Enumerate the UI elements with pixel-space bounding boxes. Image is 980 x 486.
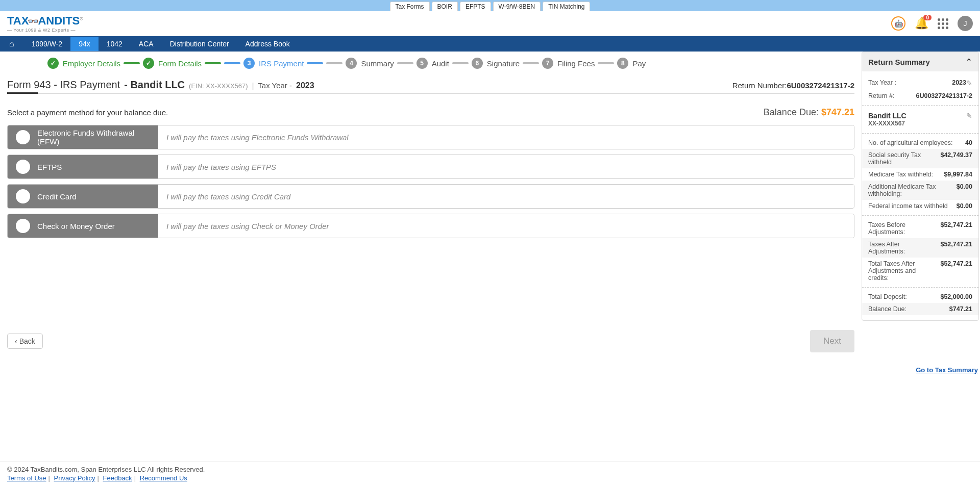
summary-row: Federal income tax withheld$0.00 [868, 200, 972, 212]
summary-tax-year-label: Tax Year : [868, 79, 952, 86]
goto-summary-link-wrap: Go to Tax Summary [0, 363, 980, 374]
option-desc: I will pay the taxes using EFTPS [158, 155, 854, 178]
top-strip: Tax Forms BOIR EFPTS W-9/W-8BEN TIN Matc… [0, 0, 980, 11]
step-bar [452, 62, 469, 64]
summary-row-label: Additional Medicare Tax withholding: [868, 183, 957, 197]
summary-row-label: No. of agricultural employees: [868, 139, 965, 146]
summary-row-value: $0.00 [957, 183, 972, 190]
summary-row-label: Federal income tax withheld [868, 202, 957, 210]
nav-1042[interactable]: 1042 [99, 37, 131, 51]
logo-bandits: ANDITS [38, 14, 80, 27]
goto-summary-link[interactable]: Go to Tax Summary [916, 366, 978, 374]
step-7-icon: 7 [542, 58, 553, 69]
radio-eftps[interactable] [16, 160, 30, 174]
step-2-label: Form Details [158, 59, 202, 68]
summary-tax-year: 2023 [952, 79, 966, 86]
option-name: EFTPS [37, 163, 62, 171]
nav-aca[interactable]: ACA [131, 37, 162, 51]
top-tab-efpts[interactable]: EFPTS [460, 2, 491, 11]
step-bar [598, 62, 614, 64]
payment-option-credit[interactable]: Credit Card I will pay the taxes using C… [7, 184, 854, 209]
top-tabs: Tax Forms BOIR EFPTS W-9/W-8BEN TIN Matc… [390, 2, 591, 11]
step-4-icon: 4 [346, 58, 357, 69]
page-title: Form 943 - IRS Payment [7, 79, 120, 91]
payment-option-check[interactable]: Check or Money Order I will pay the taxe… [7, 214, 854, 238]
nav-94x[interactable]: 94x [70, 37, 99, 51]
summary-row: Additional Medicare Tax withholding:$0.0… [862, 181, 978, 200]
summary-row-label: Medicare Tax withheld: [868, 171, 944, 178]
summary-row-value: $0.00 [957, 202, 972, 210]
step-8-icon: 8 [617, 58, 628, 69]
step-1-icon: ✓ [47, 58, 59, 69]
summary-row: Medicare Tax withheld:$9,997.84 [868, 168, 972, 181]
bottom-row: ‹Back Next [7, 330, 854, 352]
summary-row: No. of agricultural employees:40 [868, 137, 972, 149]
summary-header[interactable]: Return Summary ⌃ [862, 52, 978, 71]
summary-row-label: Taxes After Adjustments: [868, 241, 940, 255]
option-desc: I will pay the taxes using Check or Mone… [158, 214, 854, 238]
step-2-icon: ✓ [143, 58, 154, 69]
step-1-label: Employer Details [63, 59, 120, 68]
progress-steps: ✓Employer Details ✓Form Details 3IRS Pay… [7, 52, 686, 75]
main-nav: ⌂ 1099/W-2 94x 1042 ACA Distribution Cen… [0, 36, 980, 52]
select-payment-text: Select a payment method for your balance… [7, 108, 168, 117]
payment-option-eftps[interactable]: EFTPS I will pay the taxes using EFTPS [7, 155, 854, 179]
option-desc: I will pay the taxes using Electronic Fu… [158, 125, 854, 149]
edit-icon[interactable]: ✎ [966, 79, 972, 87]
option-name: Check or Money Order [37, 222, 115, 231]
step-3-label: IRS Payment [259, 59, 304, 68]
balance-row: Select a payment method for your balance… [7, 107, 854, 118]
step-7-label: Filing Fees [557, 59, 595, 68]
tax-year-label: Tax Year - [258, 81, 292, 90]
tax-year-value: 2023 [296, 81, 314, 90]
option-desc: I will pay the taxes using Credit Card [158, 185, 854, 208]
main-content: ✓Employer Details ✓Form Details 3IRS Pay… [0, 52, 862, 363]
option-name: Electronic Funds Withdrawal (EFW) [37, 129, 150, 146]
nav-dist[interactable]: Distribution Center [162, 37, 237, 51]
nav-addr[interactable]: Address Book [237, 37, 298, 51]
next-button[interactable]: Next [810, 330, 854, 352]
summary-row: Balance Due:$747.21 [862, 303, 978, 315]
back-button[interactable]: ‹Back [7, 334, 43, 349]
pipe: | [252, 82, 254, 90]
step-6-icon: 6 [472, 58, 483, 69]
step-bar [307, 62, 323, 64]
payment-option-efw[interactable]: Electronic Funds Withdrawal (EFW) I will… [7, 125, 854, 149]
logo[interactable]: TAX👓ANDITS® — Your 1099 & W2 Experts — [7, 14, 83, 33]
chevron-up-icon: ⌃ [966, 57, 972, 66]
edit-icon[interactable]: ✎ [966, 112, 972, 120]
notification-badge: 0 [923, 15, 932, 20]
step-4-label: Summary [361, 59, 394, 68]
balance-due: Balance Due: $747.21 [764, 107, 854, 118]
step-5-label: Audit [432, 59, 449, 68]
option-name: Credit Card [37, 192, 77, 201]
step-bar [523, 62, 539, 64]
logo-tax: TAX [7, 14, 29, 27]
top-tab-tax-forms[interactable]: Tax Forms [390, 2, 430, 11]
summary-row-label: Total Taxes After Adjustments and credit… [868, 260, 940, 282]
nav-home-icon[interactable]: ⌂ [0, 36, 23, 52]
top-tab-tin[interactable]: TIN Matching [543, 2, 590, 11]
summary-row-value: $9,997.84 [944, 171, 972, 178]
apps-grid-icon[interactable] [938, 18, 948, 29]
summary-row: Taxes Before Adjustments:$52,747.21 [868, 219, 972, 238]
step-bar [124, 62, 140, 64]
top-tab-w9[interactable]: W-9/W-8BEN [493, 2, 541, 11]
step-3-icon: 3 [243, 58, 255, 69]
radio-efw[interactable] [16, 130, 30, 144]
top-tab-boir[interactable]: BOIR [432, 2, 458, 11]
summary-row-label: Total Deposit: [868, 293, 940, 300]
bot-icon[interactable]: 🤖 [891, 16, 905, 31]
radio-check[interactable] [16, 219, 30, 233]
logo-tagline: — Your 1099 & W2 Experts — [7, 28, 83, 33]
notifications[interactable]: 🔔 0 [915, 17, 928, 30]
nav-1099[interactable]: 1099/W-2 [23, 37, 70, 51]
avatar[interactable]: J [958, 16, 973, 31]
logo-reg: ® [80, 16, 83, 21]
radio-credit[interactable] [16, 189, 30, 203]
step-bar [205, 62, 221, 64]
page-title-row: Form 943 - IRS Payment - Bandit LLC (EIN… [7, 75, 854, 94]
step-6-label: Signature [487, 59, 520, 68]
summary-row: Taxes After Adjustments:$52,747.21 [862, 238, 978, 258]
summary-row-value: $52,747.21 [940, 260, 972, 267]
